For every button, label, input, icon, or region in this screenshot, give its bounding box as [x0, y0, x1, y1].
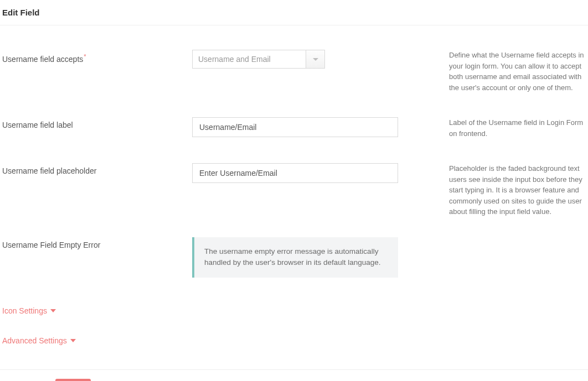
input-col-username-placeholder [192, 163, 398, 183]
input-username-label[interactable] [192, 117, 398, 137]
section-icon-settings: Icon Settings [2, 278, 586, 315]
label-username-label: Username field label [2, 117, 192, 129]
required-asterisk: * [84, 53, 86, 60]
section-advanced-settings: Advanced Settings [2, 315, 586, 345]
select-value: Username and Email [193, 50, 306, 68]
page-title: Edit Field [2, 8, 586, 17]
select-username-accepts[interactable]: Username and Email [192, 50, 325, 69]
help-username-label: Label of the Username field in Login For… [398, 117, 586, 139]
input-username-placeholder[interactable] [192, 163, 398, 183]
row-username-label: Username field label Label of the Userna… [2, 93, 586, 139]
icon-settings-label: Icon Settings [2, 306, 47, 315]
toggle-icon-settings[interactable]: Icon Settings [2, 306, 56, 315]
input-col-username-accepts: Username and Email [192, 50, 398, 69]
caret-down-icon [50, 309, 56, 312]
help-username-placeholder: Placeholder is the faded background text… [398, 163, 586, 217]
label-username-placeholder: Username field placeholder [2, 163, 192, 175]
row-username-accepts: Username field accepts* Username and Ema… [2, 25, 586, 93]
notice-empty-error: The username empty error message is auto… [192, 237, 398, 278]
save-button[interactable]: Save [55, 379, 91, 381]
footer-bar: ← Cancel Save [0, 370, 588, 381]
help-username-accepts: Define what the Username field accepts i… [398, 50, 586, 93]
row-username-placeholder: Username field placeholder Placeholder i… [2, 139, 586, 217]
row-username-empty-error: Username Field Empty Error The username … [2, 217, 586, 278]
advanced-settings-label: Advanced Settings [2, 336, 67, 345]
caret-down-icon [70, 339, 76, 342]
input-col-username-label [192, 117, 398, 137]
label-text: Username field accepts [2, 55, 83, 64]
page-header: Edit Field [0, 0, 588, 25]
form-body: Username field accepts* Username and Ema… [0, 25, 588, 345]
chevron-down-icon [313, 58, 318, 61]
select-arrow-button[interactable] [306, 50, 324, 68]
label-username-empty-error: Username Field Empty Error [2, 237, 192, 249]
label-username-accepts: Username field accepts* [2, 50, 192, 64]
input-col-username-empty-error: The username empty error message is auto… [192, 237, 398, 278]
toggle-advanced-settings[interactable]: Advanced Settings [2, 336, 76, 345]
